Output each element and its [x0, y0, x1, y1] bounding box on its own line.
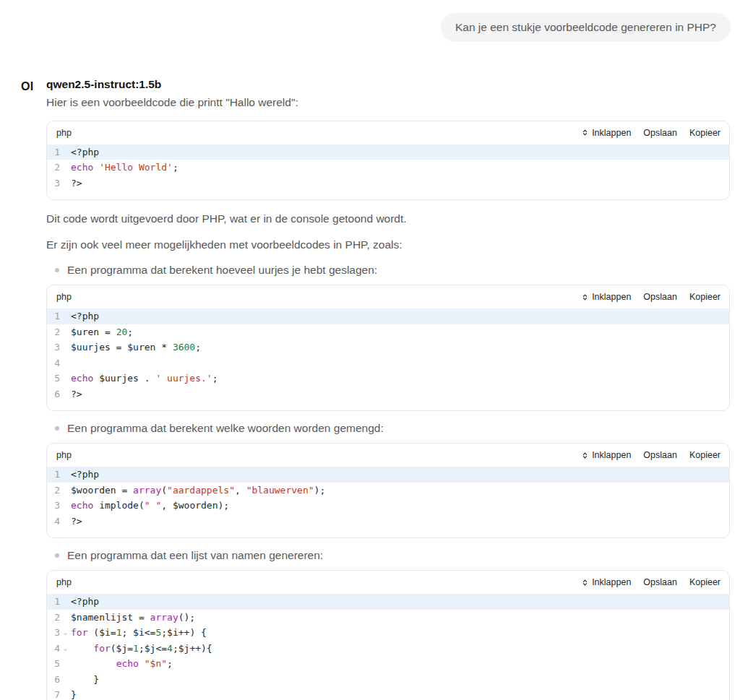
- code-block-actions: InklappenOpslaanKopieer: [581, 128, 720, 138]
- code-block: phpInklappenOpslaanKopieer1<?php2$woorde…: [46, 443, 730, 538]
- line-number: 2: [47, 610, 60, 626]
- list-item: Een programma dat berekent welke woorden…: [46, 422, 730, 435]
- code-line: 6?>: [47, 386, 729, 402]
- line-number: 2: [47, 160, 60, 176]
- code-text: echo "$n";: [71, 656, 173, 672]
- copy-code-button[interactable]: Kopieer: [689, 577, 720, 587]
- code-line: 6 }: [47, 672, 729, 688]
- copy-code-button[interactable]: Kopieer: [689, 128, 720, 138]
- code-text: ?>: [71, 176, 82, 191]
- code-area: 1<?php2$uren = 20;3$uurjes = $uren * 360…: [47, 305, 729, 410]
- bullet-text: Een programma dat berekent hoeveel uurje…: [67, 264, 377, 277]
- model-name: qwen2.5-instruct:1.5b: [46, 78, 730, 91]
- collapse-code-button[interactable]: Inklappen: [581, 450, 631, 460]
- code-text: for($j=1;$j<=4;$j++){: [71, 641, 212, 657]
- code-line: 2$namenlijst = array();: [47, 610, 729, 626]
- copy-code-button[interactable]: Kopieer: [689, 292, 720, 302]
- avatar-column: OI: [0, 78, 46, 700]
- code-area: 1<?php2$namenlijst = array();3⌄for ($i=1…: [47, 590, 729, 700]
- code-area: 1<?php2echo 'Hello World';3?>: [47, 141, 729, 200]
- line-number: 2: [47, 483, 60, 498]
- line-number: 1: [47, 467, 60, 483]
- code-line: 2$uren = 20;: [47, 324, 729, 340]
- fold-spacer: [60, 386, 71, 402]
- line-number: 4: [47, 514, 60, 530]
- copy-label: Kopieer: [689, 450, 720, 460]
- code-text: for ($i=1; $i<=5;$i++) {: [71, 625, 207, 641]
- save-code-button[interactable]: Opslaan: [643, 292, 677, 302]
- line-number: 3: [47, 625, 60, 641]
- list-item: Een programma dat berekent hoeveel uurje…: [46, 264, 730, 277]
- code-text: $uren = 20;: [71, 324, 133, 340]
- collapse-code-button[interactable]: Inklappen: [581, 128, 631, 138]
- bullet-dot: [55, 553, 59, 558]
- fold-spacer: [60, 308, 71, 324]
- code-block: phpInklappenOpslaanKopieer1<?php2$uren =…: [46, 285, 730, 411]
- code-text: <?php: [71, 144, 99, 160]
- fold-spacer: [60, 467, 71, 483]
- code-language-label: php: [56, 577, 72, 587]
- code-language-label: php: [56, 292, 72, 302]
- code-line: 4: [47, 355, 729, 371]
- fold-chevron-icon: ⌄: [60, 641, 71, 657]
- chevrons-up-down-icon: [581, 293, 589, 301]
- save-code-button[interactable]: Opslaan: [643, 128, 677, 138]
- code-text: [71, 355, 77, 371]
- copy-label: Kopieer: [689, 128, 720, 138]
- collapse-code-button[interactable]: Inklappen: [581, 577, 631, 587]
- code-text: $uurjes = $uren * 3600;: [71, 340, 201, 355]
- code-text: echo 'Hello World';: [71, 160, 178, 176]
- collapse-label: Inklappen: [592, 128, 631, 138]
- chevrons-up-down-icon: [581, 579, 589, 587]
- code-block: phpInklappenOpslaanKopieer1<?php2echo 'H…: [46, 121, 730, 201]
- save-label: Opslaan: [643, 292, 677, 302]
- code-line: 5 echo "$n";: [47, 656, 729, 672]
- fold-spacer: [60, 656, 71, 672]
- line-number: 1: [47, 594, 60, 610]
- code-text: ?>: [71, 514, 82, 530]
- collapse-code-button[interactable]: Inklappen: [581, 292, 631, 302]
- code-text: <?php: [71, 594, 99, 610]
- copy-code-button[interactable]: Kopieer: [689, 450, 720, 460]
- line-number: 4: [47, 355, 60, 371]
- save-code-button[interactable]: Opslaan: [643, 577, 677, 587]
- chevrons-up-down-icon: [581, 451, 589, 459]
- code-line: 5echo $uurjes . ' uurjes.';: [47, 371, 729, 386]
- fold-spacer: [60, 176, 71, 191]
- line-number: 4: [47, 641, 60, 657]
- code-text: <?php: [71, 467, 99, 483]
- code-text: echo $uurjes . ' uurjes.';: [71, 371, 218, 386]
- line-number: 2: [47, 324, 60, 340]
- code-text: ?>: [71, 386, 82, 402]
- line-number: 3: [47, 176, 60, 191]
- bullet-dot: [55, 426, 59, 431]
- fold-spacer: [60, 514, 71, 530]
- save-label: Opslaan: [643, 128, 677, 138]
- fold-spacer: [60, 672, 71, 688]
- line-number: 3: [47, 498, 60, 514]
- code-block-header: phpInklappenOpslaanKopieer: [47, 571, 729, 590]
- code-line: 4⌄ for($j=1;$j<=4;$j++){: [47, 641, 729, 657]
- code-block-header: phpInklappenOpslaanKopieer: [47, 444, 729, 463]
- code-text: $namenlijst = array();: [71, 610, 195, 626]
- code-line: 1<?php: [47, 308, 729, 324]
- code-block-actions: InklappenOpslaanKopieer: [581, 577, 720, 587]
- fold-spacer: [60, 340, 71, 355]
- line-number: 6: [47, 386, 60, 402]
- line-number: 6: [47, 672, 60, 688]
- user-message-row: Kan je een stukje voorbeeldcode generere…: [0, 0, 740, 42]
- bullet-text: Een programma dat berekent welke woorden…: [67, 422, 384, 435]
- fold-spacer: [60, 483, 71, 498]
- paragraph: Er zijn ook veel meer mogelijkheden met …: [46, 237, 730, 253]
- save-code-button[interactable]: Opslaan: [643, 450, 677, 460]
- fold-spacer: [60, 594, 71, 610]
- fold-spacer: [60, 687, 71, 700]
- copy-label: Kopieer: [689, 577, 720, 587]
- code-line: 3⌄for ($i=1; $i<=5;$i++) {: [47, 625, 729, 641]
- line-number: 5: [47, 656, 60, 672]
- intro-paragraph: Hier is een voorbeeldcode die printt "Ha…: [46, 95, 730, 111]
- code-line: 3echo implode(" ", $woorden);: [47, 498, 729, 514]
- assistant-message: OI qwen2.5-instruct:1.5b Hier is een voo…: [0, 78, 740, 700]
- code-text: $woorden = array("aardappels", "blauwerv…: [71, 483, 325, 498]
- collapse-label: Inklappen: [592, 577, 631, 587]
